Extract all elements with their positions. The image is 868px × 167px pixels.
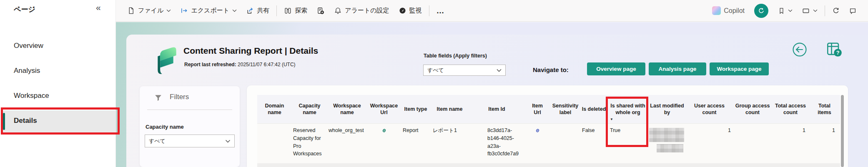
- overview-page-button[interactable]: Overview page: [587, 62, 645, 75]
- cell-item-id: 8c3dd17a-b146-4025-a23a-fb3c0cfde7a9: [469, 124, 524, 163]
- column-header-is-deleted[interactable]: Is deleted: [580, 95, 607, 123]
- explore-button[interactable]: 探索: [279, 7, 312, 15]
- cell-user-access-count: 1: [686, 124, 733, 163]
- sidebar-item-analysis[interactable]: Analysis: [14, 67, 40, 75]
- column-header-capacity-name[interactable]: Capacity name: [292, 95, 327, 123]
- redacted-text-block: [657, 144, 683, 152]
- divider: [147, 110, 232, 110]
- chevron-down-icon: [225, 140, 231, 143]
- table-help-icon[interactable]: ?: [826, 41, 843, 57]
- cell-total-access-count: 1: [772, 124, 809, 163]
- filters-title: Filters: [170, 93, 189, 101]
- copilot-icon: [712, 6, 721, 15]
- reset-filters-button[interactable]: [754, 4, 768, 18]
- bookmarks-button[interactable]: [773, 7, 797, 15]
- column-header-item-name[interactable]: Item name: [430, 95, 469, 123]
- collapse-pane-icon[interactable]: «: [96, 2, 101, 12]
- table-hscroll-track[interactable]: [257, 163, 840, 167]
- report-refreshed-text: Report last refreshed: 2025/11/07 6:47:4…: [184, 62, 296, 67]
- refresh-button[interactable]: [828, 7, 844, 15]
- back-button[interactable]: [793, 42, 807, 57]
- monitoring-hub-icon: [399, 7, 406, 15]
- cell-is-deleted: False: [580, 124, 607, 163]
- column-header-group-access-count[interactable]: Group access count: [733, 95, 772, 123]
- workspace-page-button[interactable]: Workspace page: [710, 62, 769, 75]
- view-mode-button[interactable]: [797, 7, 822, 15]
- share-button[interactable]: 共有: [241, 7, 274, 15]
- details-table: Domain name Capacity name Workspace name…: [247, 85, 848, 167]
- workspace-link-icon[interactable]: [381, 127, 387, 134]
- file-icon: [127, 7, 135, 15]
- refresh-icon: [832, 7, 840, 15]
- new-metric-button[interactable]: [312, 7, 329, 15]
- navigate-to-label: Navigate to:: [533, 66, 569, 73]
- table-header-row: Domain name Capacity name Workspace name…: [257, 95, 840, 123]
- fabric-logo: [154, 45, 177, 77]
- cell-total-items: 1: [809, 124, 840, 163]
- column-header-item-type[interactable]: Item type: [401, 95, 430, 123]
- chevron-down-icon: [232, 9, 237, 12]
- funnel-icon: [154, 93, 163, 102]
- chevron-down-icon: [166, 9, 171, 12]
- column-header-last-modified-by[interactable]: Last modified by: [648, 95, 686, 123]
- table-vscrollbar[interactable]: [841, 95, 844, 167]
- monitor-button[interactable]: 監視: [394, 7, 426, 15]
- cell-item-type: Report: [401, 124, 430, 163]
- report-canvas: Content Sharing Report | Details Report …: [116, 22, 868, 167]
- redacted-text-block: [649, 128, 684, 142]
- item-link-icon[interactable]: [534, 127, 541, 134]
- report-page-card: Content Sharing Report | Details Report …: [126, 35, 868, 167]
- bell-icon: [334, 7, 342, 15]
- filters-panel: Filters Capacity name すべて: [140, 86, 240, 167]
- sidebar-selected-indicator: [3, 113, 5, 130]
- chevron-down-icon: [813, 9, 818, 12]
- sidebar-item-overview[interactable]: Overview: [14, 42, 43, 50]
- copilot-button[interactable]: Copilot: [707, 6, 749, 15]
- comment-icon: [849, 7, 857, 15]
- sidebar-item-workspace[interactable]: Workspace: [14, 92, 49, 100]
- table-row[interactable]: Reserved Capacity for Pro Workspaces who…: [257, 123, 840, 163]
- table-fields-label: Table fields (Apply filters): [424, 53, 487, 59]
- comments-button[interactable]: [844, 7, 861, 15]
- sort-descending-icon: ▼: [610, 117, 613, 122]
- cell-group-access-count: [733, 124, 772, 163]
- column-header-total-items[interactable]: Total items: [809, 95, 840, 123]
- report-refreshed-label: Report last refreshed:: [184, 62, 236, 67]
- column-header-domain-name[interactable]: Domain name: [257, 95, 292, 123]
- report-action-bar: ファイル エクスポート 共有 探索 アラートの設定 監視 … Copilot: [116, 0, 868, 22]
- column-header-is-shared-with-whole-org[interactable]: Is shared with whole org ▼: [607, 95, 648, 123]
- capacity-name-label: Capacity name: [146, 124, 184, 130]
- sidebar-item-details[interactable]: Details: [14, 117, 37, 125]
- page-title: Content Sharing Report | Details: [183, 46, 318, 56]
- set-alerts-button[interactable]: アラートの設定: [329, 7, 394, 15]
- file-menu[interactable]: ファイル: [123, 7, 176, 15]
- column-header-item-id[interactable]: Item Id: [469, 95, 524, 123]
- analysis-page-button[interactable]: Analysis page: [649, 62, 706, 75]
- export-menu[interactable]: エクスポート: [176, 7, 241, 15]
- column-header-workspace-name[interactable]: Workspace name: [327, 95, 367, 123]
- toolbar-separator: [429, 5, 429, 16]
- cell-item-name: レポート1: [430, 124, 469, 163]
- chevron-down-icon: [788, 9, 793, 12]
- capacity-name-dropdown[interactable]: すべて: [145, 135, 235, 147]
- new-metric-icon: [316, 7, 325, 15]
- cell-domain-name: [257, 124, 292, 163]
- column-header-workspace-url[interactable]: Workspace Url: [367, 95, 401, 123]
- export-icon: [180, 7, 188, 15]
- view-rectangle-icon: [802, 7, 810, 15]
- column-header-total-access-count[interactable]: Total access count: [772, 95, 809, 123]
- toolbar-right-group: Copilot: [707, 4, 861, 18]
- column-header-sensitivity-label[interactable]: Sensitivity label: [550, 95, 580, 123]
- binoculars-icon: [284, 7, 292, 15]
- overflow-menu[interactable]: …: [432, 6, 449, 15]
- report-refreshed-value: 2025/11/07 6:47:42 (UTC): [236, 62, 296, 67]
- cell-sensitivity-label: [550, 124, 580, 163]
- pages-pane: ページ « Overview Analysis Workspace Detail…: [0, 0, 116, 167]
- cell-workspace-url: [367, 124, 401, 163]
- cell-workspace-name: whole_org_test: [327, 124, 367, 163]
- column-header-item-url[interactable]: Item Url: [524, 95, 550, 123]
- column-header-user-access-count[interactable]: User access count: [686, 95, 733, 123]
- bookmark-icon: [778, 7, 785, 15]
- cell-last-modified-by: [648, 124, 686, 163]
- table-fields-dropdown[interactable]: すべて: [423, 65, 506, 76]
